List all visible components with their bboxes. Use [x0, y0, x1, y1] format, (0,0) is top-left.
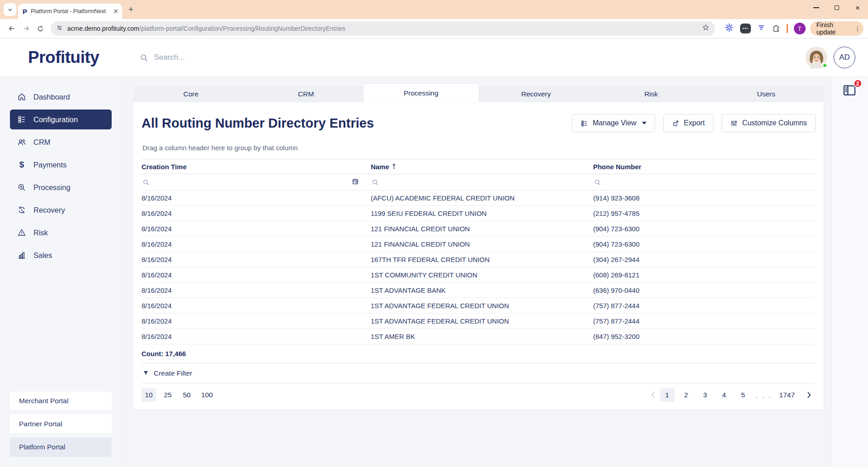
sidebar-item-dashboard[interactable]: Dashboard: [10, 87, 112, 107]
search-input[interactable]: [154, 53, 380, 62]
configuration-icon: [17, 115, 26, 124]
url-bar[interactable]: acme.demo.profituity.com/platform-portal…: [51, 21, 715, 36]
table-row[interactable]: 8/16/2024 1199 SEIU FEDERAL CREDIT UNION…: [142, 206, 816, 221]
page-number-4[interactable]: 4: [717, 388, 731, 402]
tab-users[interactable]: Users: [709, 86, 824, 102]
forward-button[interactable]: [20, 22, 32, 35]
content-card: All Routing Number Directory Entries Man…: [133, 102, 824, 410]
table-row[interactable]: 8/16/2024 121 FINANCIAL CREDIT UNION (90…: [142, 221, 816, 237]
tab-title: Platform Portal - PlatformNext: [31, 8, 110, 14]
page-number-5[interactable]: 5: [736, 388, 750, 402]
search-icon: [142, 179, 150, 186]
page-size-50[interactable]: 50: [179, 388, 194, 402]
browser-menu-icon[interactable]: ⋮: [854, 25, 861, 32]
table-row[interactable]: 8/16/2024 167TH TFR FEDERAL CREDIT UNION…: [142, 252, 816, 267]
recovery-sync-icon: [17, 205, 26, 214]
window-restore-button[interactable]: [826, 0, 847, 15]
sidebar-item-payments[interactable]: $ Payments: [10, 155, 112, 175]
phone-number-filter[interactable]: [593, 174, 816, 190]
page-number-2[interactable]: 2: [679, 388, 693, 402]
global-search[interactable]: [140, 53, 806, 62]
page-size-100[interactable]: 100: [198, 388, 216, 402]
window-close-button[interactable]: ×: [847, 0, 868, 15]
previous-page-icon[interactable]: [646, 388, 660, 402]
customize-columns-button[interactable]: Customize Columns: [722, 114, 816, 132]
window-controls: ×: [806, 0, 868, 15]
page-size-10[interactable]: 10: [142, 388, 156, 402]
table-row[interactable]: 8/16/2024 1ST ADVANTAGE BANK (636) 970-0…: [142, 283, 816, 298]
column-header-phone-number[interactable]: Phone Number: [593, 163, 816, 171]
sort-ascending-icon: [392, 163, 396, 170]
page-number-1[interactable]: 1: [660, 388, 675, 402]
table-row[interactable]: 8/16/2024 (AFCU) ACADEMIC FEDERAL CREDIT…: [142, 191, 816, 206]
table-row[interactable]: 8/16/2024 1ST ADVANTAGE FEDERAL CREDIT U…: [142, 314, 816, 329]
site-info-icon[interactable]: [56, 24, 63, 33]
table-row[interactable]: 8/16/2024 1ST COMMUNITY CREDIT UNION (60…: [142, 267, 816, 283]
tab-core[interactable]: Core: [133, 86, 249, 102]
online-status-dot: [822, 63, 827, 68]
chat-extension-icon[interactable]: •••: [740, 24, 751, 33]
creation-time-filter[interactable]: [142, 174, 371, 190]
platform-portal-link[interactable]: Platform Portal: [10, 438, 112, 457]
page-size-25[interactable]: 25: [160, 388, 175, 402]
sidebar-item-recovery[interactable]: Recovery: [10, 200, 112, 220]
tab-recovery[interactable]: Recovery: [479, 86, 594, 102]
sliders-icon: [730, 119, 738, 127]
sidebar-item-sales[interactable]: Sales: [10, 245, 112, 265]
column-header-creation-time[interactable]: Creation Time: [142, 163, 371, 171]
sidebar-item-crm[interactable]: CRM: [10, 132, 112, 152]
calendar-icon[interactable]: [352, 178, 359, 187]
next-page-icon[interactable]: [802, 388, 816, 402]
export-button[interactable]: Export: [663, 114, 713, 132]
user-avatar[interactable]: [806, 47, 827, 68]
finish-update-button[interactable]: Finish update ⋮: [810, 21, 863, 36]
panel-toggle-button[interactable]: 2: [842, 83, 858, 98]
new-tab-button[interactable]: +: [128, 5, 133, 14]
name-filter[interactable]: [371, 174, 593, 190]
funnel-extension-icon[interactable]: [757, 24, 766, 33]
merchant-portal-link[interactable]: Merchant Portal: [10, 391, 112, 410]
routing-entries-grid: Creation Time Name Phone Number: [142, 159, 816, 344]
back-button[interactable]: [6, 22, 18, 35]
profile-divider: [787, 24, 788, 33]
page-number-last[interactable]: 1747: [777, 388, 797, 402]
filter-row: [142, 174, 816, 191]
extensions-puzzle-icon[interactable]: [772, 23, 781, 34]
people-icon: [17, 138, 26, 147]
partner-portal-link[interactable]: Partner Portal: [10, 415, 112, 434]
tab-risk[interactable]: Risk: [594, 86, 709, 102]
right-rail: 2: [831, 77, 868, 467]
filter-funnel-icon: [142, 370, 149, 376]
main-content: Core CRM Processing Recovery Risk Users …: [122, 77, 831, 467]
row-count: Count: 17,466: [142, 350, 186, 357]
sidebar-item-processing[interactable]: Processing: [10, 177, 112, 197]
search-icon: [594, 179, 601, 186]
tab-favicon: P: [23, 8, 27, 15]
reload-button[interactable]: [35, 22, 47, 35]
warning-triangle-icon: [17, 228, 26, 237]
browser-profile-avatar[interactable]: T: [794, 23, 806, 34]
column-header-name[interactable]: Name: [371, 163, 593, 171]
table-row[interactable]: 8/16/2024 1ST ADVANTAGE FEDERAL CREDIT U…: [142, 298, 816, 314]
window-minimize-button[interactable]: [806, 0, 826, 15]
create-filter-button[interactable]: Create Filter: [142, 363, 816, 383]
tab-processing[interactable]: Processing: [363, 84, 479, 102]
bar-chart-icon: [17, 251, 26, 260]
tab-crm[interactable]: CRM: [249, 86, 364, 102]
sidebar-item-risk[interactable]: Risk: [10, 223, 112, 243]
user-initials-badge[interactable]: AD: [834, 47, 855, 68]
page-number-3[interactable]: 3: [698, 388, 712, 402]
table-row[interactable]: 8/16/2024 121 FINANCIAL CREDIT UNION (90…: [142, 237, 816, 252]
chevron-down-icon: [642, 122, 646, 124]
group-by-hint[interactable]: Drag a column header here to group by th…: [142, 141, 816, 159]
sidebar-item-configuration[interactable]: Configuration: [10, 110, 112, 129]
table-row[interactable]: 8/16/2024 1ST AMER BK (847) 952-3200: [142, 329, 816, 344]
tab-search-chevron-icon[interactable]: [4, 3, 16, 16]
manage-view-button[interactable]: Manage View: [572, 114, 655, 132]
burst-extension-icon[interactable]: [724, 23, 734, 34]
tab-close-icon[interactable]: ✕: [113, 8, 118, 15]
bookmark-star-icon[interactable]: [702, 24, 710, 33]
browser-tab[interactable]: P Platform Portal - PlatformNext ✕: [18, 4, 122, 19]
module-tabs: Core CRM Processing Recovery Risk Users: [133, 86, 824, 102]
page-ellipsis: . . .: [756, 391, 772, 399]
